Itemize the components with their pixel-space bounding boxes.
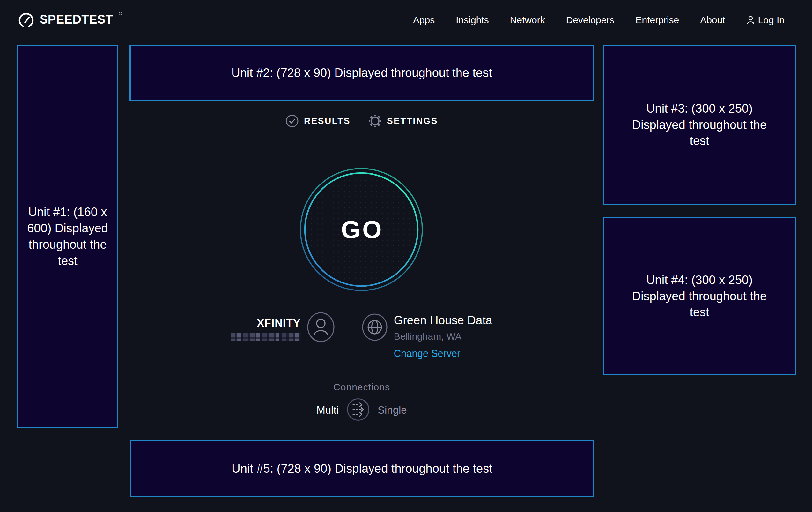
isp-block: XFINITY: [231, 317, 301, 341]
nav-developers[interactable]: Developers: [566, 15, 615, 26]
connections-multi-option[interactable]: Multi: [316, 404, 339, 416]
ad-unit-4-label: Unit #4: (300 x 250) Displayed throughou…: [625, 272, 774, 321]
connections-single-option[interactable]: Single: [378, 404, 407, 416]
host-server-row: XFINITY Green House Data Bellingham, WA …: [129, 312, 594, 359]
ad-unit-2-label: Unit #2: (728 x 90) Displayed throughout…: [231, 65, 492, 81]
nav-enterprise[interactable]: Enterprise: [635, 15, 679, 26]
multi-stream-arrows-icon[interactable]: [346, 398, 370, 423]
speedtest-logo[interactable]: SPEEDTEST ®: [18, 11, 122, 29]
server-location: Bellingham, WA: [394, 331, 462, 342]
main-nav: Apps Insights Network Developers Enterpr…: [413, 15, 785, 26]
top-nav-bar: SPEEDTEST ® Apps Insights Network Develo…: [0, 0, 812, 40]
tab-results[interactable]: RESULTS: [285, 114, 350, 128]
tab-settings-label: SETTINGS: [387, 116, 438, 126]
speedtest-page: SPEEDTEST ® Apps Insights Network Develo…: [0, 0, 812, 512]
nav-insights[interactable]: Insights: [456, 15, 489, 26]
person-circle-icon: [307, 312, 335, 344]
connections-toggle-row: Multi Single: [316, 398, 407, 423]
ad-unit-5-label: Unit #5: (728 x 90) Displayed throughout…: [232, 461, 492, 477]
tab-results-label: RESULTS: [304, 116, 350, 126]
login-button[interactable]: Log In: [746, 15, 785, 26]
nav-about[interactable]: About: [700, 15, 725, 26]
gear-icon: [368, 114, 382, 128]
ip-address-redacted: [231, 332, 301, 341]
login-label: Log In: [758, 15, 785, 26]
go-button[interactable]: GO: [299, 167, 424, 292]
logo-trademark: ®: [119, 11, 122, 17]
logo-text: SPEEDTEST: [39, 11, 113, 28]
isp-name: XFINITY: [257, 317, 300, 329]
tab-settings[interactable]: SETTINGS: [368, 114, 438, 128]
tabs-row: RESULTS SETTINGS: [129, 114, 594, 128]
change-server-link[interactable]: Change Server: [394, 348, 461, 359]
ad-unit-1-label: Unit #1: (160 x 600) Displayed throughou…: [26, 204, 109, 269]
connections-section: Connections Multi Single: [129, 382, 594, 423]
ad-unit-3[interactable]: Unit #3: (300 x 250) Displayed throughou…: [603, 45, 796, 205]
ad-unit-3-label: Unit #3: (300 x 250) Displayed throughou…: [625, 101, 774, 150]
ad-unit-1[interactable]: Unit #1: (160 x 600) Displayed throughou…: [17, 45, 118, 428]
nav-network[interactable]: Network: [510, 15, 545, 26]
ad-unit-4[interactable]: Unit #4: (300 x 250) Displayed throughou…: [603, 217, 796, 375]
ad-unit-5[interactable]: Unit #5: (728 x 90) Displayed throughout…: [130, 440, 594, 497]
ad-unit-2[interactable]: Unit #2: (728 x 90) Displayed throughout…: [129, 45, 594, 101]
globe-circle-icon: [361, 313, 388, 343]
user-icon: [746, 15, 755, 25]
check-circle-icon: [285, 114, 299, 128]
server-name: Green House Data: [394, 314, 492, 327]
server-block: Green House Data Bellingham, WA Change S…: [394, 312, 492, 359]
connections-title: Connections: [333, 382, 390, 393]
speedometer-icon: [18, 11, 34, 29]
go-label: GO: [299, 167, 424, 292]
nav-apps[interactable]: Apps: [413, 15, 435, 26]
